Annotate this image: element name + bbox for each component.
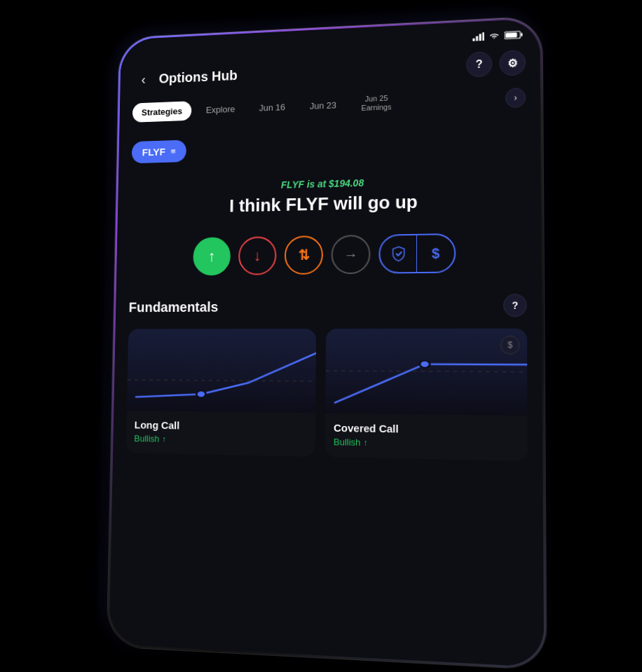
covered-call-info: Covered Call Bullish ↑ <box>325 413 528 461</box>
side-button <box>542 259 545 302</box>
fundamentals-header: Fundamentals ? <box>128 294 526 318</box>
phone-inner: ‹ Options Hub ? ⚙ Strategies Expl <box>109 18 545 667</box>
fundamentals-help-button[interactable]: ? <box>503 294 527 317</box>
covered-call-card[interactable]: $ Covered Call Bullish ↑ <box>325 329 528 461</box>
covered-call-chart: $ <box>325 329 527 416</box>
strategy-cards: Long Call Bullish ↑ <box>126 329 528 461</box>
long-call-name: Long Call <box>135 419 308 434</box>
svg-rect-3 <box>482 32 484 41</box>
covered-call-dollar-badge: $ <box>500 336 520 355</box>
fundamentals-title: Fundamentals <box>129 299 219 315</box>
covered-call-chart-svg <box>325 329 527 416</box>
ticker-chip[interactable]: FLYF ≡ <box>132 139 186 163</box>
price-section: FLYF is at $194.08 I think FLYF will go … <box>117 165 541 232</box>
svg-rect-1 <box>476 36 478 41</box>
up-arrow-icon: ↑ <box>208 247 216 265</box>
screen: ‹ Options Hub ? ⚙ Strategies Expl <box>109 18 545 667</box>
page-title: Options Hub <box>158 67 237 86</box>
help-button[interactable]: ? <box>466 51 492 77</box>
header-actions: ? ⚙ <box>466 50 526 78</box>
main-title: I think FLYF will go up <box>130 188 526 219</box>
direction-buttons: ↑ ↓ ⇅ → <box>116 224 542 296</box>
back-button[interactable]: ‹ <box>133 68 154 90</box>
svg-rect-6 <box>505 32 517 38</box>
fundamentals-section: Fundamentals ? <box>113 294 542 461</box>
down-arrow-icon: ↓ <box>254 247 261 265</box>
tabs-chevron[interactable]: › <box>505 88 526 108</box>
tab-strategies[interactable]: Strategies <box>132 100 192 122</box>
direction-volatile-button[interactable]: ⇅ <box>285 235 323 275</box>
svg-rect-2 <box>479 34 482 41</box>
tab-jun25[interactable]: Jun 25Earnings <box>352 88 402 118</box>
battery-icon <box>505 30 523 39</box>
shield-icon <box>391 246 405 261</box>
tab-jun23[interactable]: Jun 23 <box>300 95 346 116</box>
svg-rect-0 <box>472 38 474 41</box>
phone-frame: ‹ Options Hub ? ⚙ Strategies Expl <box>107 16 547 670</box>
long-call-sentiment-arrow: ↑ <box>162 434 166 444</box>
covered-call-name: Covered Call <box>334 422 519 437</box>
svg-rect-5 <box>521 32 522 36</box>
covered-call-sentiment-arrow: ↑ <box>363 437 367 447</box>
long-call-info: Long Call Bullish ↑ <box>126 411 315 457</box>
svg-rect-7 <box>127 329 316 413</box>
ticker-symbol: FLYF <box>142 146 166 158</box>
long-call-chart <box>127 329 316 413</box>
svg-point-9 <box>196 390 206 397</box>
status-icons <box>472 30 522 41</box>
long-call-card[interactable]: Long Call Bullish ↑ <box>126 329 316 457</box>
wifi-icon <box>489 31 500 40</box>
direction-group: $ <box>378 233 456 274</box>
tab-explore[interactable]: Explore <box>196 98 244 119</box>
direction-income-button[interactable]: $ <box>417 235 454 272</box>
settings-button[interactable]: ⚙ <box>499 50 525 76</box>
direction-neutral-button[interactable]: → <box>331 235 370 274</box>
filter-icon: ≡ <box>170 146 175 156</box>
updown-arrow-icon: ⇅ <box>298 247 310 263</box>
phone-wrapper: ‹ Options Hub ? ⚙ Strategies Expl <box>107 16 547 670</box>
covered-call-sentiment: Bullish ↑ <box>334 437 519 451</box>
header-left: ‹ Options Hub <box>133 64 238 90</box>
direction-up-button[interactable]: ↑ <box>193 237 231 275</box>
signal-icon <box>472 32 484 41</box>
direction-hedge-button[interactable] <box>380 235 417 273</box>
long-call-chart-svg <box>127 329 316 413</box>
direction-down-button[interactable]: ↓ <box>238 236 277 275</box>
right-arrow-icon: → <box>343 246 357 262</box>
svg-point-12 <box>420 360 430 367</box>
dollar-icon: $ <box>432 245 439 261</box>
long-call-sentiment: Bullish ↑ <box>134 433 307 446</box>
tab-jun16[interactable]: Jun 16 <box>250 96 295 117</box>
